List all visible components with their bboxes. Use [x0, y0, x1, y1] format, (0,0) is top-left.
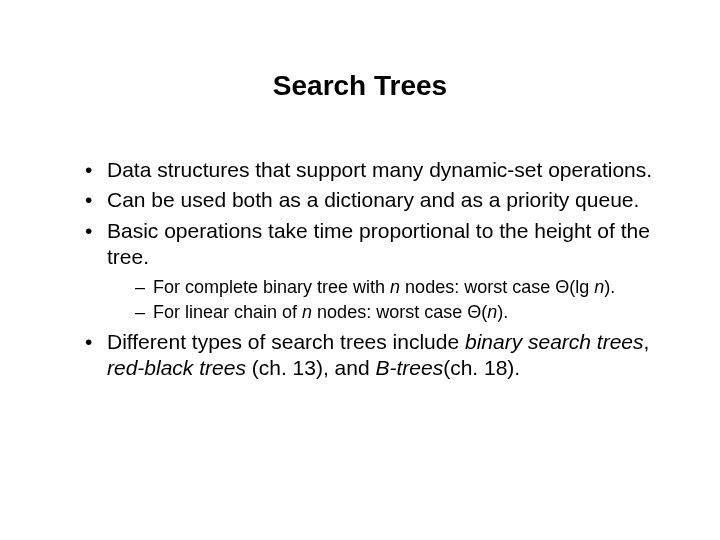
sub-bullet-item: For linear chain of n nodes: worst case …	[135, 301, 665, 324]
bullet-list: Data structures that support many dynami…	[55, 157, 665, 382]
term-b-trees: B-trees	[375, 356, 443, 379]
slide: Search Trees Data structures that suppor…	[0, 0, 720, 540]
text: nodes: worst case	[400, 277, 555, 297]
text: (ch. 18).	[443, 356, 520, 379]
text: ).	[497, 302, 508, 322]
sub-bullet-item: For complete binary tree with n nodes: w…	[135, 276, 665, 299]
text: Different types of search trees include	[107, 330, 465, 353]
text: (ch. 13), and	[246, 356, 376, 379]
text: ,	[644, 330, 650, 353]
var-n: n	[594, 277, 604, 297]
theta: Θ(lg	[555, 277, 594, 297]
bullet-item: Different types of search trees include …	[85, 329, 665, 382]
sub-bullet-list: For complete binary tree with n nodes: w…	[107, 276, 665, 323]
bullet-item: Basic operations take time proportional …	[85, 218, 665, 324]
bullet-text: Basic operations take time proportional …	[107, 219, 650, 268]
slide-title: Search Trees	[55, 70, 665, 102]
text: For linear chain of	[153, 302, 302, 322]
text: nodes: worst case	[312, 302, 467, 322]
theta: Θ(	[467, 302, 487, 322]
text: For complete binary tree with	[153, 277, 390, 297]
bullet-item: Can be used both as a dictionary and as …	[85, 187, 665, 213]
text: ).	[604, 277, 615, 297]
var-n: n	[487, 302, 497, 322]
var-n: n	[302, 302, 312, 322]
var-n: n	[390, 277, 400, 297]
bullet-item: Data structures that support many dynami…	[85, 157, 665, 183]
term-binary-search-trees: binary search trees	[465, 330, 644, 353]
term-red-black-trees: red-black trees	[107, 356, 246, 379]
